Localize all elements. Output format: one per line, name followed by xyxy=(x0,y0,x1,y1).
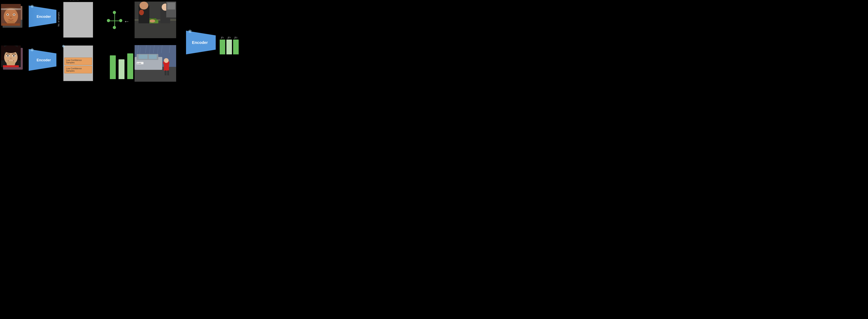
mu-bar-2 xyxy=(233,39,239,54)
svg-point-26 xyxy=(4,46,18,53)
svg-point-43 xyxy=(140,2,148,9)
svg-rect-15 xyxy=(2,23,20,26)
svg-text:CL453: CL453 xyxy=(137,63,141,64)
face-image-front-bottom xyxy=(1,45,21,67)
svg-point-12 xyxy=(13,14,14,15)
no-samples-label: No. of samples xyxy=(57,12,60,26)
mu-bar-3-container: μ₃ xyxy=(226,31,232,54)
scene-kitchen xyxy=(134,2,176,38)
mu-bar-1 xyxy=(220,39,225,54)
mu-label-1: μ₁ xyxy=(221,36,224,39)
diagram-container: ❄ Encoder Channel No. of samples xyxy=(0,0,289,106)
merge-dot-top xyxy=(113,11,116,14)
svg-text:Encoder: Encoder xyxy=(192,40,208,45)
encoder-right: ❄ Encoder xyxy=(186,31,216,54)
merge-dot-bottom xyxy=(113,26,116,29)
svg-rect-27 xyxy=(1,45,4,60)
svg-rect-55 xyxy=(149,55,157,59)
mu-bar-1-container: μ₁ xyxy=(220,31,225,54)
mu-bar-2-container: μ₂ xyxy=(233,31,239,54)
svg-rect-28 xyxy=(18,45,21,60)
merge-dot-right xyxy=(119,19,122,22)
svg-rect-35 xyxy=(3,65,19,67)
low-confidence-box-2: Low Confidence Samples xyxy=(64,66,92,73)
merge-dot-left xyxy=(107,19,110,22)
svg-text:Encoder: Encoder xyxy=(37,58,51,62)
svg-point-31 xyxy=(7,55,9,57)
svg-point-13 xyxy=(10,17,12,18)
svg-point-33 xyxy=(10,58,12,59)
svg-rect-16 xyxy=(1,8,21,10)
svg-rect-59 xyxy=(164,64,169,71)
svg-point-49 xyxy=(150,20,155,23)
face-stack-bottom xyxy=(1,45,23,73)
snowflake-top-encoder: ❄ xyxy=(30,4,34,9)
svg-rect-62 xyxy=(167,70,169,75)
snowflake-right-encoder: ❄ xyxy=(188,29,192,34)
mu-label-2: μ₂ xyxy=(235,36,237,39)
face-image-front-top xyxy=(1,4,21,26)
svg-point-11 xyxy=(7,14,8,15)
svg-text:Encoder: Encoder xyxy=(37,14,51,19)
encoder-bottom: ❄ Encoder xyxy=(29,49,56,71)
green-bars-bottom xyxy=(110,47,133,79)
mu-bar-3 xyxy=(226,39,232,54)
encoder-top: ❄ Encoder xyxy=(29,5,56,27)
mu-label-3: μ₃ xyxy=(228,36,230,39)
feature-map-bottom: Low Confidence Samples Low Confidence Sa… xyxy=(63,45,93,81)
svg-point-44 xyxy=(139,10,144,15)
svg-rect-61 xyxy=(165,70,166,75)
mu-bars: μ₁ μ₃ μ₂ xyxy=(220,31,239,54)
svg-point-60 xyxy=(164,58,168,63)
green-bar-light-1 xyxy=(119,59,124,79)
green-bar-2 xyxy=(127,54,133,79)
channel-label: Channel xyxy=(69,0,79,1)
low-confidence-box-1: Low Confidence Samples xyxy=(64,58,92,65)
scene-street: CL453 xyxy=(134,45,176,82)
svg-point-32 xyxy=(13,55,14,57)
arrow-left: ← xyxy=(124,19,130,24)
snowflake-feature-map: ❄ xyxy=(62,44,65,49)
svg-rect-48 xyxy=(167,3,175,9)
face-stack-top xyxy=(1,4,23,30)
snowflake-bottom-encoder: ❄ xyxy=(30,47,34,53)
green-bar-1 xyxy=(110,55,116,79)
feature-map-top: Channel No. of samples xyxy=(63,2,93,38)
merge-node xyxy=(107,11,123,31)
svg-rect-54 xyxy=(138,55,148,59)
